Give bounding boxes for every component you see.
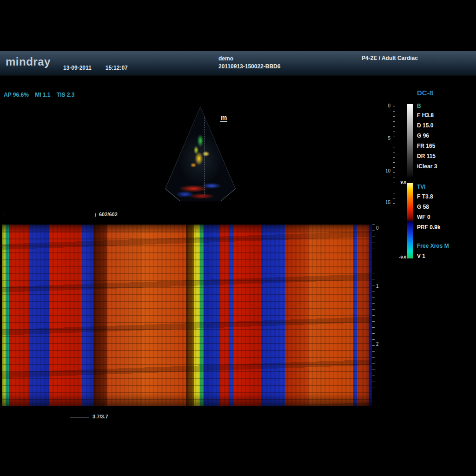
bmode-param: FR 165 (417, 143, 435, 149)
mmode-depth-mark: 1 (376, 284, 379, 289)
tvi-scale-min: -9.0 (392, 255, 406, 259)
tvi-param: G 58 (417, 204, 429, 210)
bmode-param: DR 115 (417, 153, 436, 159)
xros-param: V 1 (417, 253, 425, 259)
acoustic-output-line: AP 96.6% MI 1.1 TIS 2.3 (4, 92, 79, 98)
mmode-depth-mark: 2 (376, 342, 379, 347)
sweep-ruler-line (70, 417, 89, 417)
mindray-logo: mindray (6, 55, 51, 68)
bmode-param: iClear 3 (417, 163, 437, 170)
bmode-param: F H3.8 (417, 112, 434, 119)
bmode-section-label: B (417, 103, 421, 109)
bmode-param: D 15.0 (417, 122, 433, 129)
mline-marker-label: m (220, 113, 227, 122)
patient-info: demo 20110913-150022-BBD6 (218, 55, 280, 71)
frame-counter: 602/602 (99, 212, 118, 217)
free-xros-m-label: Free Xros M (417, 243, 449, 249)
tvi-scale-max: 9.0 (395, 180, 406, 185)
exam-id: 20110913-150022-BBD6 (218, 63, 280, 71)
mmode-tvi-strip-image (2, 225, 372, 406)
depth-label: 5 (380, 136, 390, 141)
exam-time: 15:12:07 (106, 65, 128, 71)
depth-label: 10 (380, 168, 390, 173)
mmode-depth-mark: 0 (376, 225, 379, 231)
mmode-depth-ticks (372, 225, 375, 406)
mi-value: MI 1.1 (35, 92, 50, 98)
ultrasound-screen: mindray 13-09-201115:12:07 demo 20110913… (0, 0, 476, 476)
tvi-param: F T3.8 (417, 193, 433, 200)
sweep-time-label: 3.7/3.7 (93, 414, 108, 419)
exam-date: 13-09-2011 (63, 65, 92, 71)
depth-label: 15 (380, 200, 390, 205)
frame-ruler-line (4, 215, 96, 215)
tis-value: TIS 2.3 (57, 92, 75, 98)
exam-datetime: 13-09-201115:12:07 (63, 65, 128, 71)
tvi-section-label: TVI (417, 184, 426, 190)
tvi-color-bar (407, 183, 413, 258)
depth-ruler-ticks (393, 106, 395, 205)
tvi-param: WF 0 (417, 214, 430, 220)
patient-name: demo (218, 55, 280, 63)
bmode-param: G 96 (417, 132, 429, 139)
ap-value: AP 96.6% (4, 92, 29, 98)
depth-label: 0 (380, 103, 390, 108)
header-bar: mindray 13-09-201115:12:07 demo 20110913… (0, 51, 476, 76)
bmode-grayscale-bar (407, 104, 413, 177)
probe-preset: P4-2E / Adult Cardiac (362, 55, 418, 61)
system-model-label: DC-8 (417, 89, 433, 97)
tvi-param: PRF 0.9k (417, 224, 441, 231)
mline-cursor (204, 111, 205, 195)
